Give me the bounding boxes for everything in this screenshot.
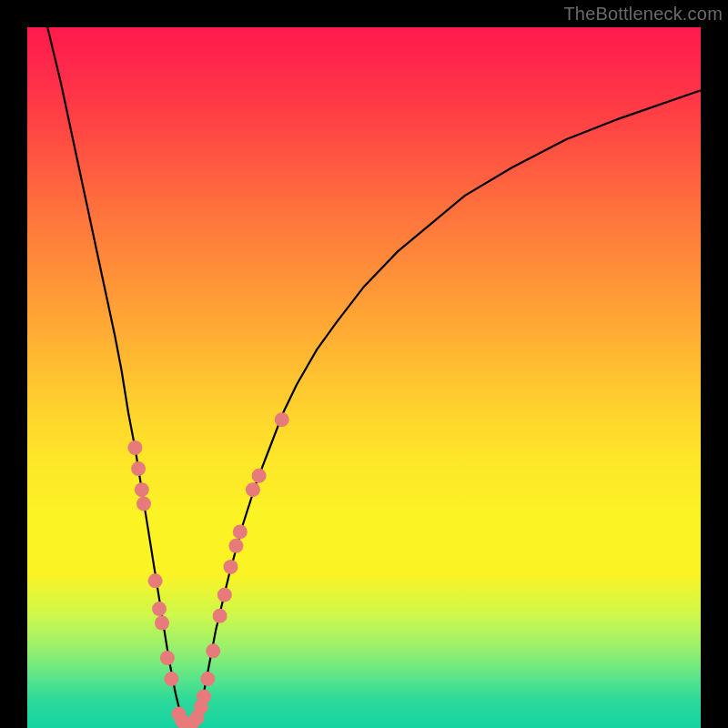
- data-marker: [179, 721, 194, 728]
- data-marker: [224, 560, 238, 574]
- plot-area: [27, 27, 701, 728]
- data-marker: [194, 700, 208, 714]
- data-marker: [175, 713, 189, 728]
- data-markers: [127, 412, 288, 728]
- data-marker: [228, 539, 243, 553]
- data-marker: [190, 711, 205, 725]
- data-marker: [148, 573, 163, 588]
- data-marker: [246, 482, 260, 497]
- chart-frame: TheBottleneck.com: [0, 0, 728, 728]
- bottleneck-curve-svg: [27, 27, 701, 728]
- data-marker: [233, 524, 248, 539]
- watermark-text: TheBottleneck.com: [563, 4, 723, 25]
- data-marker: [164, 672, 178, 686]
- data-marker: [160, 651, 175, 665]
- data-marker: [185, 716, 199, 728]
- data-marker: [206, 643, 220, 658]
- data-marker: [172, 707, 187, 722]
- data-marker: [152, 602, 167, 616]
- data-marker: [200, 672, 215, 686]
- data-marker: [275, 412, 289, 427]
- data-marker: [135, 482, 149, 497]
- data-marker: [127, 440, 142, 455]
- data-marker: [131, 461, 146, 476]
- data-marker: [252, 469, 267, 483]
- data-marker: [217, 588, 232, 602]
- bottleneck-curve: [47, 27, 701, 728]
- data-marker: [136, 497, 151, 511]
- data-marker: [155, 616, 169, 631]
- data-marker: [213, 609, 228, 623]
- data-marker: [197, 689, 211, 703]
